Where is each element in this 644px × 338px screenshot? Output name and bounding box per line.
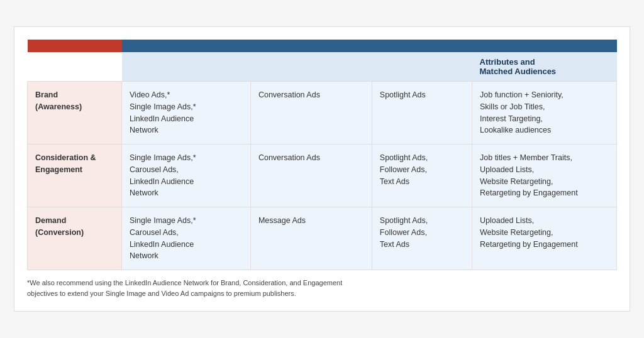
- header-feed: [122, 52, 251, 82]
- ad-formats-table: Attributes and Matched Audiences Brand (…: [27, 40, 617, 270]
- attributes-brand: Job function + Seniority, Skills or Job …: [472, 82, 617, 144]
- header-marketing-objective: [28, 40, 122, 52]
- main-container: Attributes and Matched Audiences Brand (…: [14, 26, 630, 312]
- objective-brand: Brand (Awareness): [28, 82, 122, 144]
- rightrail-consideration: Spotlight Ads, Follower Ads, Text Ads: [372, 144, 472, 207]
- messaging-consideration: Conversation Ads: [250, 144, 372, 207]
- rightrail-brand: Spotlight Ads: [372, 82, 472, 144]
- messaging-brand: Conversation Ads: [250, 82, 372, 144]
- header-rightrail: [372, 52, 472, 82]
- table-body: Brand (Awareness) Video Ads,* Single Ima…: [28, 82, 617, 270]
- table-header-row-1: [28, 40, 617, 52]
- table-header-row-2: Attributes and Matched Audiences: [28, 52, 617, 82]
- objective-demand: Demand (Conversion): [28, 207, 122, 270]
- header-targeting: [472, 40, 617, 52]
- header-attributes: Attributes and Matched Audiences: [472, 52, 617, 82]
- feed-consideration: Single Image Ads,* Carousel Ads, LinkedI…: [122, 144, 251, 207]
- feed-brand: Video Ads,* Single Image Ads,* LinkedIn …: [122, 82, 251, 144]
- rightrail-demand: Spotlight Ads, Follower Ads, Text Ads: [372, 207, 472, 270]
- header-linkedin-ad-formats: [122, 40, 472, 52]
- table-row: Demand (Conversion) Single Image Ads,* C…: [28, 207, 617, 270]
- feed-demand: Single Image Ads,* Carousel Ads, LinkedI…: [122, 207, 251, 270]
- footnote-text: *We also recommend using the LinkedIn Au…: [27, 278, 617, 298]
- attributes-demand: Uploaded Lists, Website Retargeting, Ret…: [472, 207, 617, 270]
- attributes-consideration: Job titles + Member Traits, Uploaded Lis…: [472, 144, 617, 207]
- header-messaging: [250, 52, 372, 82]
- messaging-demand: Message Ads: [250, 207, 372, 270]
- table-row: Brand (Awareness) Video Ads,* Single Ima…: [28, 82, 617, 144]
- table-row: Consideration & Engagement Single Image …: [28, 144, 617, 207]
- header-empty: [28, 52, 122, 82]
- objective-consideration: Consideration & Engagement: [28, 144, 122, 207]
